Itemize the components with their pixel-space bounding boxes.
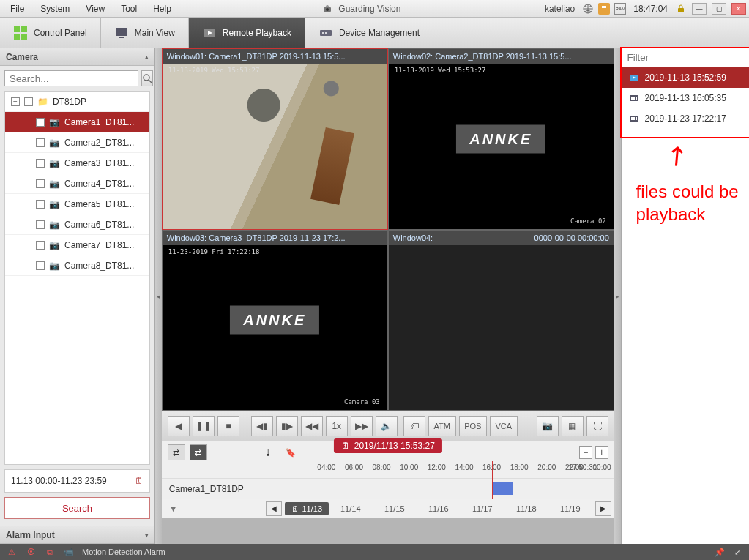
- camera-icon: 📷: [49, 179, 60, 189]
- date-item[interactable]: 11/19: [548, 504, 592, 513]
- globe-icon[interactable]: [582, 3, 594, 15]
- tab-device-management[interactable]: Device Management: [305, 18, 433, 48]
- menu-file[interactable]: File: [3, 1, 31, 16]
- checkbox[interactable]: [36, 200, 45, 209]
- file-row[interactable]: 2019-11-13 15:52:59: [622, 67, 749, 88]
- tree-camera-row[interactable]: 📷Camera3_DT81...: [5, 153, 149, 173]
- disk-icon[interactable]: [598, 3, 610, 15]
- zoom-out-button[interactable]: −: [579, 446, 592, 459]
- maximize-button[interactable]: ▢: [712, 3, 726, 15]
- volume-button[interactable]: 🔈: [376, 416, 398, 436]
- checkbox[interactable]: [36, 220, 45, 229]
- right-collapse-handle[interactable]: ▸: [614, 48, 621, 544]
- filter-input[interactable]: [622, 48, 749, 67]
- tab-main-view[interactable]: Main View: [101, 18, 189, 48]
- alert-icon[interactable]: ⚠: [6, 546, 18, 558]
- capture-button[interactable]: 📷: [537, 416, 559, 436]
- camera-status-icon[interactable]: 📹: [63, 546, 75, 558]
- timeline-cursor[interactable]: [492, 461, 493, 499]
- svg-rect-8: [14, 34, 20, 40]
- search-input[interactable]: [4, 70, 138, 86]
- search-button[interactable]: [141, 70, 153, 86]
- tab-remote-playback[interactable]: Remote Playback: [189, 18, 305, 48]
- date-item[interactable]: 11/15: [373, 504, 417, 513]
- video-window-2[interactable]: Window02: Camera2_DT81DP 2019-11-13 15:5…: [388, 48, 614, 230]
- svg-rect-5: [678, 8, 684, 12]
- pos-button[interactable]: POS: [459, 416, 487, 436]
- file-row[interactable]: 2019-11-13 16:05:35: [622, 88, 749, 108]
- menu-help[interactable]: Help: [146, 1, 179, 16]
- tree-camera-row[interactable]: 📷 Camera1_DT81...: [5, 112, 149, 132]
- tick-label: 20:00: [537, 463, 556, 471]
- tree-camera-row[interactable]: 📷Camera8_DT81...: [5, 255, 149, 276]
- video-window-3[interactable]: Window03: Camera3_DT81DP 2019-11-23 17:2…: [162, 230, 388, 411]
- checkbox[interactable]: [24, 97, 33, 106]
- tree-camera-row[interactable]: 📷Camera6_DT81...: [5, 214, 149, 235]
- date-item[interactable]: 11/16: [417, 504, 461, 513]
- collapse-icon[interactable]: −: [11, 97, 20, 106]
- tab-control-panel[interactable]: Control Panel: [0, 18, 101, 48]
- timeline-row[interactable]: Camera1_DT81DP: [162, 478, 614, 499]
- timeline-toggle-sync[interactable]: ⇄: [168, 444, 185, 460]
- zoom-in-button[interactable]: +: [595, 446, 608, 459]
- file-row[interactable]: 2019-11-23 17:22:17: [622, 108, 749, 129]
- layout-button[interactable]: ▦: [562, 416, 584, 436]
- video-window-4[interactable]: Window04: 0000-00-00 00:00:00: [388, 230, 614, 411]
- prev-button[interactable]: ◀: [168, 416, 190, 436]
- camera-label: Camera5_DT81...: [64, 199, 134, 209]
- date-prev-button[interactable]: ◀: [266, 501, 282, 516]
- stop-button[interactable]: ■: [217, 416, 239, 436]
- filter-icon[interactable]: ▼: [162, 504, 179, 514]
- menu-tool[interactable]: Tool: [113, 1, 144, 16]
- date-range-input[interactable]: 11.13 00:00-11.23 23:59 🗓: [4, 469, 150, 493]
- tag-button[interactable]: 🏷: [403, 416, 425, 436]
- checkbox[interactable]: [36, 241, 45, 250]
- checkbox[interactable]: [36, 179, 45, 188]
- fastfwd-button[interactable]: ▶▶: [351, 416, 373, 436]
- lock-icon[interactable]: [675, 3, 687, 15]
- sidebar-collapse-handle[interactable]: ◂: [155, 48, 162, 544]
- username[interactable]: kateliao: [545, 4, 575, 14]
- date-next-button[interactable]: ▶: [595, 501, 611, 516]
- vca-button[interactable]: VCA: [490, 416, 518, 436]
- fullscreen-button[interactable]: ⛶: [586, 416, 608, 436]
- minimize-button[interactable]: —: [692, 3, 707, 15]
- checkbox[interactable]: [36, 138, 45, 147]
- tree-camera-row[interactable]: 📷Camera2_DT81...: [5, 132, 149, 153]
- speed-indicator[interactable]: 1x: [326, 416, 348, 436]
- date-item[interactable]: 11/14: [329, 504, 373, 513]
- tree-device-row[interactable]: − 📁 DT81DP: [5, 92, 149, 112]
- tree-camera-row[interactable]: 📷Camera7_DT81...: [5, 235, 149, 255]
- expand-icon[interactable]: ⤢: [731, 546, 743, 558]
- rewind-button[interactable]: ◀◀: [301, 416, 323, 436]
- pause-button[interactable]: ❚❚: [193, 416, 215, 436]
- timeline-segment[interactable]: [492, 482, 513, 495]
- timeline-bar[interactable]: [308, 479, 614, 499]
- checkbox[interactable]: [36, 118, 45, 127]
- video-window-1[interactable]: Window01: Camera1_DT81DP 2019-11-13 15:5…: [162, 48, 388, 230]
- checkbox[interactable]: [36, 159, 45, 168]
- motion-icon[interactable]: ⧉: [44, 546, 56, 558]
- menu-view[interactable]: View: [78, 1, 112, 16]
- date-active[interactable]: 🗓11/13: [285, 502, 329, 515]
- ram-icon[interactable]: RAM: [614, 3, 626, 15]
- step-fwd-button[interactable]: ▮▶: [276, 416, 298, 436]
- sidebar-header-camera[interactable]: Camera ▴: [0, 48, 154, 66]
- checkbox[interactable]: [36, 261, 45, 270]
- tree-camera-row[interactable]: 📷Camera4_DT81...: [5, 173, 149, 194]
- date-item[interactable]: 11/18: [504, 504, 548, 513]
- atm-button[interactable]: ATM: [428, 416, 456, 436]
- download-button[interactable]: ⭳: [260, 444, 277, 460]
- menu-system[interactable]: System: [33, 1, 77, 16]
- date-item[interactable]: 11/17: [461, 504, 504, 513]
- tree-camera-row[interactable]: 📷Camera5_DT81...: [5, 194, 149, 214]
- step-back-button[interactable]: ◀▮: [251, 416, 273, 436]
- bookmark-button[interactable]: 🔖: [282, 444, 299, 460]
- calendar-icon[interactable]: 🗓: [135, 476, 144, 486]
- close-button[interactable]: ✕: [731, 3, 746, 15]
- pin-icon[interactable]: 📌: [714, 546, 726, 558]
- record-icon[interactable]: ⦿: [25, 546, 37, 558]
- sidebar-header-alarm[interactable]: Alarm Input ▾: [0, 526, 154, 544]
- timeline-toggle-async[interactable]: ⇄: [190, 444, 207, 460]
- search-playback-button[interactable]: Search: [4, 497, 150, 519]
